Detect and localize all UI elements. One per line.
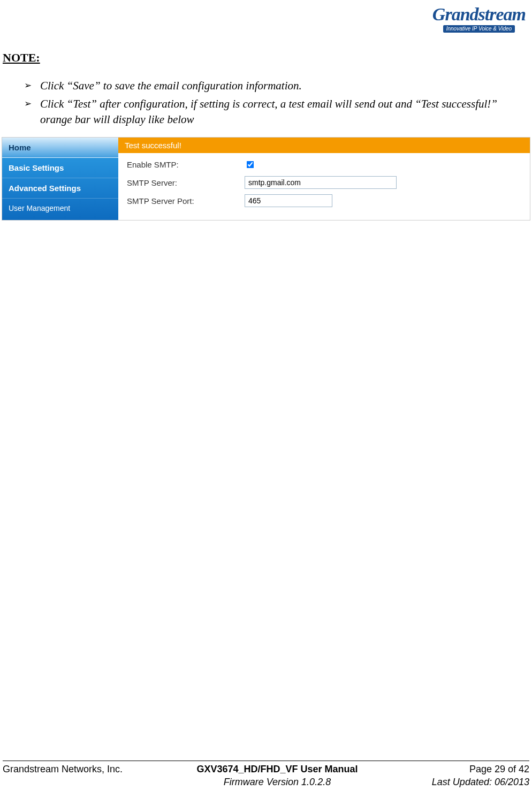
smtp-server-label: SMTP Server: — [127, 178, 245, 187]
sidebar-item-label: User Management — [9, 204, 70, 212]
sidebar-item-advanced-settings[interactable]: Advanced Settings — [2, 178, 118, 199]
sidebar-item-user-management[interactable]: User Management — [2, 199, 118, 218]
brand-name: Grandstream — [432, 5, 526, 24]
sidebar-item-home[interactable]: Home — [2, 138, 118, 158]
enable-smtp-label: Enable SMTP: — [127, 160, 245, 169]
sidebar-item-label: Advanced Settings — [9, 184, 81, 193]
note-bullet-2: Click “Test” after configuration, if set… — [40, 96, 511, 127]
bullet-arrow-icon: ➢ — [24, 96, 40, 111]
test-success-bar: Test successful! — [118, 138, 530, 153]
enable-smtp-checkbox[interactable] — [247, 161, 254, 168]
brand-tagline: Innovative IP Voice & Video — [443, 25, 515, 33]
note-heading: NOTE: — [3, 51, 40, 65]
smtp-server-input[interactable] — [245, 176, 397, 189]
smtp-settings-screenshot: Home Basic Settings Advanced Settings Us… — [2, 137, 530, 221]
footer-last-updated: Last Updated: 06/2013 — [432, 776, 529, 788]
smtp-port-label: SMTP Server Port: — [127, 196, 245, 206]
sidebar-item-label: Home — [9, 143, 31, 152]
footer-firmware: Firmware Version 1.0.2.8 — [123, 776, 432, 788]
footer-manual-title: GXV3674_HD/FHD_VF User Manual — [123, 763, 432, 776]
smtp-port-input[interactable] — [245, 194, 332, 207]
brand-logo: Grandstream Innovative IP Voice & Video — [432, 5, 526, 33]
sidebar-item-label: Basic Settings — [9, 163, 64, 172]
nav-sidebar: Home Basic Settings Advanced Settings Us… — [2, 138, 118, 220]
note-bullet-1: Click “Save” to save the email configura… — [40, 78, 511, 93]
bullet-arrow-icon: ➢ — [24, 78, 40, 93]
page-footer: Grandstream Networks, Inc. GXV3674_HD/FH… — [3, 761, 529, 788]
sidebar-item-basic-settings[interactable]: Basic Settings — [2, 158, 118, 178]
footer-company: Grandstream Networks, Inc. — [3, 763, 123, 776]
footer-page-info: Page 29 of 42 — [432, 763, 529, 776]
